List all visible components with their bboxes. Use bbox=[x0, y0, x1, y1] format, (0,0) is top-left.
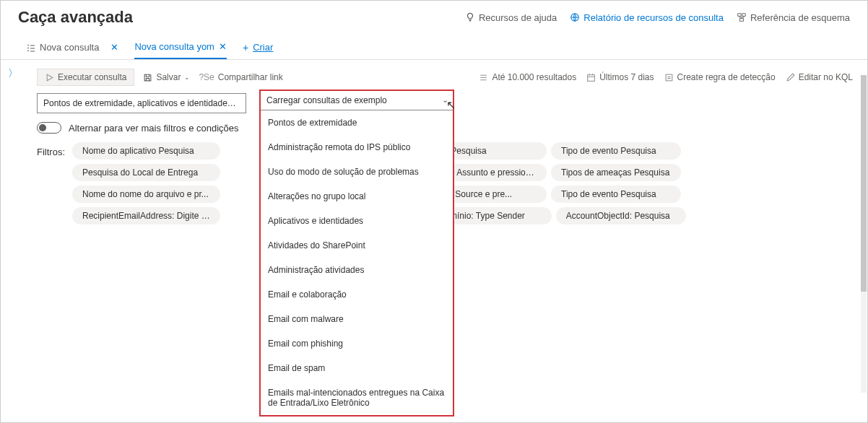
filters-label: Filtros: bbox=[37, 142, 65, 157]
close-icon[interactable]: ✕ bbox=[219, 41, 227, 52]
toggle-label: Alternar para ver mais filtros e condiçõ… bbox=[69, 123, 239, 134]
content: Pontos de extremidade, aplicativos e ide… bbox=[25, 93, 863, 224]
play-icon bbox=[45, 73, 54, 82]
main: Executar consulta Salvar ⌄ ?Se Compartil… bbox=[25, 60, 867, 411]
edit-icon bbox=[786, 73, 795, 82]
scrollbar[interactable] bbox=[861, 75, 867, 393]
dropdown-item[interactable]: Administração atividades bbox=[261, 258, 453, 282]
dropdown-item[interactable]: Email com malware bbox=[261, 307, 453, 331]
filter-chip[interactable]: Nome do nome do arquivo e pr... bbox=[72, 186, 220, 203]
dropdown-item[interactable]: Aplicativos e identidades bbox=[261, 209, 453, 233]
sidebar-toggle[interactable]: 〉 bbox=[1, 60, 25, 411]
create-detection-rule[interactable]: Create regra de detecção bbox=[664, 72, 776, 82]
lightbulb-icon bbox=[465, 12, 475, 22]
page-title: Caça avançada bbox=[18, 8, 133, 27]
filter-chip[interactable]: Pesquisa do Local de Entrega bbox=[72, 164, 220, 181]
body: 〉 Executar consulta Salvar ⌄ ?Se Compart… bbox=[1, 60, 867, 411]
filter-chip[interactable]: Nome do aplicativo Pesquisa bbox=[72, 142, 220, 160]
filter-chip[interactable]: Tipo de evento Pesquisa bbox=[551, 186, 681, 203]
svg-rect-4 bbox=[588, 74, 595, 81]
help-resources-link[interactable]: Recursos de ajuda bbox=[465, 12, 557, 23]
list-icon bbox=[479, 73, 488, 82]
dropdown-item[interactable]: Pontos de extremidade bbox=[261, 110, 453, 135]
dropdown-item[interactable]: Administração remota do IPS público bbox=[261, 135, 453, 160]
schema-reference-link[interactable]: Referência de esquema bbox=[737, 12, 850, 23]
save-icon bbox=[143, 73, 152, 82]
query-resource-report-link[interactable]: Relatório de recursos de consulta bbox=[570, 12, 724, 23]
cursor-icon: ↖ bbox=[446, 98, 456, 112]
tab-create[interactable]: + Criar bbox=[243, 42, 273, 59]
query-icon bbox=[27, 43, 35, 52]
dropdown-item[interactable]: Email de spam bbox=[261, 356, 453, 380]
chevron-right-icon: 〉 bbox=[8, 67, 18, 411]
query-source-input[interactable]: Pontos de extremidade, aplicativos e ide… bbox=[37, 93, 246, 113]
svg-rect-3 bbox=[739, 19, 743, 22]
svg-rect-1 bbox=[738, 14, 741, 17]
page-header: Caça avançada Recursos de ajuda Relatóri… bbox=[1, 1, 867, 31]
date-range[interactable]: Últimos 7 dias bbox=[586, 72, 654, 82]
save-button[interactable]: Salvar ⌄ bbox=[143, 72, 190, 82]
sample-queries-dropdown: Carregar consultas de exemplo ⌄ ↖ Pontos… bbox=[259, 90, 454, 417]
svg-rect-2 bbox=[742, 14, 745, 17]
edit-in-kql[interactable]: Editar no KQL bbox=[786, 72, 853, 82]
share-link-button[interactable]: ?Se Compartilhar link bbox=[199, 72, 282, 82]
tabs: Nova consulta ✕ Nova consulta yom ✕ + Cr… bbox=[1, 31, 867, 60]
filter-chip[interactable]: RecipientEmailAddress: Digite Rec... bbox=[72, 207, 220, 224]
filter-chip[interactable]: Tipos de ameaças Pesquisa bbox=[551, 164, 681, 181]
run-query-button[interactable]: Executar consulta bbox=[37, 69, 134, 86]
dropdown-item[interactable]: Atividades do SharePoint bbox=[261, 233, 453, 258]
close-icon[interactable]: ✕ bbox=[110, 42, 118, 53]
filter-chip[interactable]: Tipo de evento Pesquisa bbox=[551, 142, 681, 160]
schema-icon bbox=[737, 12, 747, 22]
calendar-icon bbox=[586, 73, 596, 82]
dropdown-item[interactable]: Email com phishing bbox=[261, 331, 453, 356]
tab-new-query-1[interactable]: Nova consulta ✕ bbox=[27, 42, 118, 58]
header-links: Recursos de ajuda Relatório de recursos … bbox=[465, 12, 850, 23]
more-filters-toggle[interactable] bbox=[37, 122, 61, 134]
dropdown-selected[interactable]: Carregar consultas de exemplo ⌄ ↖ bbox=[261, 91, 453, 110]
dropdown-item[interactable]: Emails mal-intencionados entregues na Ca… bbox=[261, 380, 453, 415]
results-limit[interactable]: Até 10.000 resultados bbox=[479, 72, 576, 82]
dropdown-item[interactable]: Alterações no grupo local bbox=[261, 184, 453, 209]
rule-icon bbox=[664, 73, 674, 82]
svg-rect-5 bbox=[666, 74, 672, 81]
scroll-thumb[interactable] bbox=[861, 75, 867, 292]
plus-icon: + bbox=[243, 42, 248, 53]
tab-new-query-2[interactable]: Nova consulta yom ✕ bbox=[134, 41, 227, 59]
filter-chip[interactable]: AccountObjectId: Pesquisa bbox=[556, 207, 686, 224]
filter-chip-grid: Nome do aplicativo Pesquisa me: Pesquisa… bbox=[72, 142, 853, 224]
globe-icon bbox=[570, 12, 580, 22]
dropdown-item[interactable]: Email e colaboração bbox=[261, 282, 453, 307]
dropdown-item[interactable]: Uso do modo de solução de problemas bbox=[261, 160, 453, 184]
chevron-down-icon: ⌄ bbox=[184, 74, 190, 81]
